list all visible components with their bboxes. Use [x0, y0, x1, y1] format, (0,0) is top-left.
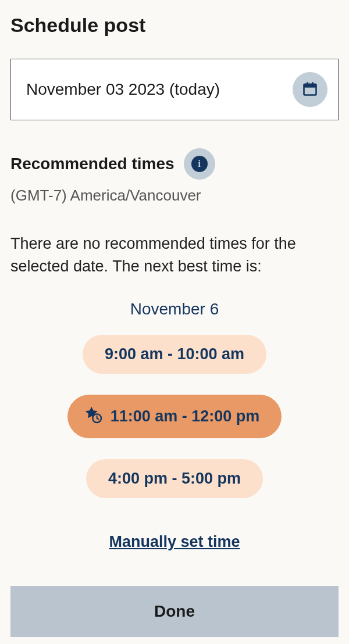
date-picker[interactable]: November 03 2023 (today): [10, 59, 339, 120]
time-slot-selected[interactable]: 11:00 am - 12:00 pm: [67, 395, 282, 438]
time-slot-label: 4:00 pm - 5:00 pm: [108, 470, 241, 488]
recommended-title: Recommended times: [10, 155, 174, 173]
info-icon: i: [191, 156, 208, 172]
alternative-date: November 6: [10, 300, 339, 319]
calendar-button[interactable]: [293, 72, 327, 107]
time-slots-list: 9:00 am - 10:00 am 11:00 am - 12:00 pm 4…: [10, 335, 339, 498]
timezone-label: (GMT-7) America/Vancouver: [10, 187, 339, 205]
star-clock-icon: [84, 405, 102, 428]
svg-rect-3: [312, 82, 314, 85]
calendar-icon: [302, 81, 318, 99]
svg-rect-2: [307, 82, 308, 85]
date-picker-value: November 03 2023 (today): [26, 80, 220, 99]
time-slot[interactable]: 9:00 am - 10:00 am: [83, 335, 266, 374]
info-button[interactable]: i: [184, 148, 215, 180]
done-button[interactable]: Done: [10, 586, 339, 637]
page-title: Schedule post: [10, 14, 339, 37]
time-slot[interactable]: 4:00 pm - 5:00 pm: [86, 459, 263, 498]
no-times-message: There are no recommended times for the s…: [10, 232, 339, 278]
time-slot-label: 11:00 am - 12:00 pm: [111, 407, 260, 425]
manually-set-time-link[interactable]: Manually set time: [10, 533, 339, 551]
recommended-header: Recommended times i: [10, 148, 339, 180]
time-slot-label: 9:00 am - 10:00 am: [105, 345, 244, 363]
svg-rect-1: [304, 84, 316, 87]
